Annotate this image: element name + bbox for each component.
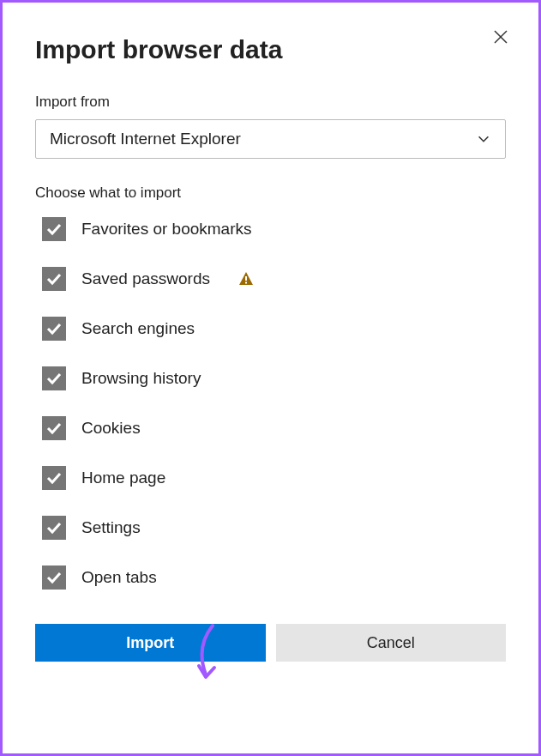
checkbox-item-open-tabs: Open tabs	[42, 565, 506, 590]
import-button[interactable]: Import	[35, 624, 266, 662]
checkbox-label: Home page	[81, 469, 165, 487]
check-icon	[45, 270, 63, 287]
checkbox-item-settings: Settings	[42, 516, 506, 540]
checkbox-item-search-engines: Search engines	[42, 317, 506, 341]
chevron-down-icon	[476, 131, 491, 147]
close-button[interactable]	[489, 25, 513, 49]
checkbox-label: Search engines	[81, 319, 195, 338]
check-icon	[45, 370, 63, 387]
cancel-button[interactable]: Cancel	[276, 624, 507, 662]
checkbox-item-homepage: Home page	[42, 466, 506, 490]
checkbox-item-cookies: Cookies	[42, 416, 506, 440]
import-from-label: Import from	[35, 94, 506, 111]
checkbox-item-history: Browsing history	[42, 366, 506, 390]
import-browser-data-dialog: Import browser data Import from Microsof…	[11, 11, 530, 745]
checkbox-history[interactable]	[42, 366, 66, 390]
check-icon	[45, 221, 63, 238]
checkbox-homepage[interactable]	[42, 466, 66, 490]
check-icon	[45, 320, 63, 337]
checkbox-item-passwords: Saved passwords	[42, 267, 506, 291]
checkbox-search-engines[interactable]	[42, 317, 66, 341]
checkbox-favorites[interactable]	[42, 217, 66, 241]
svg-rect-2	[245, 276, 247, 281]
checkbox-list: Favorites or bookmarks Saved passwords S…	[42, 217, 506, 590]
choose-what-label: Choose what to import	[35, 184, 506, 202]
import-from-dropdown[interactable]: Microsoft Internet Explorer	[35, 119, 506, 159]
warning-icon	[237, 270, 255, 287]
checkbox-passwords[interactable]	[42, 267, 66, 291]
check-icon	[45, 569, 63, 586]
checkbox-label: Saved passwords	[81, 269, 210, 288]
checkbox-settings[interactable]	[42, 516, 66, 540]
checkbox-label: Favorites or bookmarks	[81, 220, 252, 239]
checkbox-label: Browsing history	[81, 369, 201, 388]
close-icon	[492, 28, 509, 45]
checkbox-label: Settings	[81, 518, 141, 537]
dialog-title: Import browser data	[35, 35, 506, 64]
button-row: Import Cancel	[35, 624, 506, 662]
checkbox-cookies[interactable]	[42, 416, 66, 440]
checkbox-label: Cookies	[81, 419, 141, 438]
check-icon	[45, 469, 63, 487]
checkbox-open-tabs[interactable]	[42, 565, 66, 590]
checkbox-item-favorites: Favorites or bookmarks	[42, 217, 506, 241]
checkbox-label: Open tabs	[81, 568, 157, 587]
check-icon	[45, 519, 63, 536]
svg-rect-3	[245, 282, 247, 284]
check-icon	[45, 420, 63, 437]
dropdown-selected-value: Microsoft Internet Explorer	[50, 130, 241, 148]
